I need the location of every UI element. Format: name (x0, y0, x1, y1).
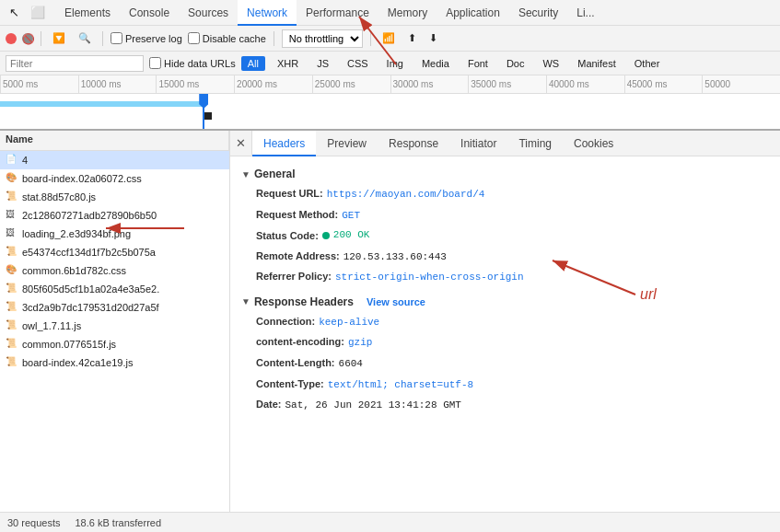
doc-icon-0: 📄 (6, 154, 18, 167)
toolbar: 🚫 🔽 🔍 Preserve log Disable cache No thro… (0, 26, 780, 52)
ruler-mark-4: 25000 ms (312, 75, 390, 93)
js-icon-10: 📜 (6, 338, 18, 351)
filter-other[interactable]: Other (628, 56, 667, 71)
request-item-5[interactable]: 📜 e54374ccf134d1f7b2c5b075a (0, 243, 229, 261)
date-key: Date: (256, 397, 282, 413)
tab-response[interactable]: Response (378, 131, 449, 156)
request-item-3[interactable]: 🖼 2c128607271adb27890b6b50 (0, 206, 229, 225)
stop-button[interactable]: 🚫 (22, 33, 33, 44)
filter-icon[interactable]: 🔽 (49, 30, 69, 46)
hide-data-urls-label[interactable]: Hide data URLs (149, 57, 236, 69)
img-icon-4: 🖼 (6, 227, 18, 240)
hide-data-urls-checkbox[interactable] (149, 57, 161, 69)
nav-memory[interactable]: Memory (378, 0, 437, 26)
request-item-10[interactable]: 📜 common.0776515f.js (0, 335, 229, 353)
view-source-link[interactable]: View source (367, 296, 425, 307)
requests-col-name: Name (0, 131, 229, 150)
nav-sources[interactable]: Sources (179, 0, 238, 26)
tab-headers[interactable]: Headers (252, 131, 316, 156)
request-name-1: board-index.02a06072.css (22, 173, 224, 184)
nav-application[interactable]: Application (437, 0, 509, 26)
content-encoding-val: gzip (348, 335, 372, 352)
ruler-mark-1: 10000 ms (78, 75, 157, 93)
details-panel: ✕ Headers Preview Response Initiator Tim… (230, 131, 780, 512)
date-row: Date: Sat, 26 Jun 2021 13:41:28 GMT (241, 397, 769, 414)
filter-img[interactable]: Img (380, 56, 410, 71)
request-item-0[interactable]: 📄 4 (0, 151, 229, 169)
content-type-key: Content-Type: (256, 376, 324, 393)
request-item-1[interactable]: 🎨 board-index.02a06072.css (0, 169, 229, 188)
sep1 (41, 31, 41, 46)
requests-header: Name (0, 131, 229, 151)
tab-preview[interactable]: Preview (316, 131, 378, 156)
filter-css[interactable]: CSS (341, 56, 375, 71)
request-item-7[interactable]: 📜 805f605d5cf1b1a02a4e3a5e2. (0, 280, 229, 298)
preserve-log-checkbox[interactable] (111, 32, 122, 44)
nav-more[interactable]: Li... (567, 0, 603, 26)
request-item-2[interactable]: 📜 stat.88d57c80.js (0, 188, 229, 206)
nav-network[interactable]: Network (238, 0, 297, 26)
nav-security[interactable]: Security (509, 0, 567, 26)
connection-key: Connection: (256, 314, 315, 330)
request-name-4: loading_2.e3d934bf.png (22, 228, 224, 239)
filter-media[interactable]: Media (415, 56, 456, 71)
request-method-val: GET (342, 208, 360, 225)
ruler-mark-0: 5000 ms (0, 75, 78, 93)
filter-js[interactable]: JS (310, 56, 335, 71)
timeline-bar-area (0, 94, 780, 131)
disable-cache-label[interactable]: Disable cache (188, 32, 266, 44)
disable-cache-checkbox[interactable] (188, 32, 200, 44)
details-close-button[interactable]: ✕ (230, 131, 252, 156)
request-item-9[interactable]: 📜 owl_1.7.11.js (0, 317, 229, 335)
css-icon-1: 🎨 (6, 172, 18, 185)
filter-all[interactable]: All (241, 56, 265, 71)
tab-timing[interactable]: Timing (507, 131, 563, 156)
wifi-icon[interactable]: 📶 (378, 30, 399, 46)
throttle-select[interactable]: No throttling (282, 29, 363, 48)
nav-console[interactable]: Console (120, 0, 179, 26)
filter-bar: Hide data URLs All XHR JS CSS Img Media … (0, 52, 780, 75)
cursor-icon[interactable]: ↖ (4, 3, 24, 23)
filter-xhr[interactable]: XHR (271, 56, 305, 71)
tab-initiator[interactable]: Initiator (449, 131, 507, 156)
request-item-4[interactable]: 🖼 loading_2.e3d934bf.png (0, 225, 229, 243)
nav-performance[interactable]: Performance (297, 0, 378, 26)
nav-icons: ↖ ⬜ (4, 3, 48, 23)
filter-doc[interactable]: Doc (500, 56, 531, 71)
status-code-row: Status Code: 200 OK (241, 227, 769, 244)
details-tabs: ✕ Headers Preview Response Initiator Tim… (230, 131, 780, 156)
status-code-key: Status Code: (256, 228, 319, 245)
ruler-mark-7: 40000 ms (546, 75, 624, 93)
request-item-11[interactable]: 📜 board-index.42ca1e19.js (0, 353, 229, 372)
timeline-selection[interactable] (0, 101, 203, 107)
date-val: Sat, 26 Jun 2021 13:41:28 GMT (285, 398, 461, 414)
request-item-8[interactable]: 📜 3cd2a9b7dc179531d20d27a5f (0, 298, 229, 317)
request-name-3: 2c128607271adb27890b6b50 (22, 210, 224, 221)
tab-cookies[interactable]: Cookies (563, 131, 624, 156)
content-type-row: Content-Type: text/html; charset=utf-8 (241, 376, 769, 394)
connection-val: keep-alive (319, 315, 379, 331)
js-icon-2: 📜 (6, 191, 18, 203)
filter-input[interactable] (6, 55, 144, 72)
response-headers-section-header: ▼ Response Headers View source (241, 295, 769, 308)
request-item-6[interactable]: 🎨 common.6b1d782c.css (0, 261, 229, 280)
download-icon[interactable]: ⬇ (425, 30, 441, 46)
search-icon[interactable]: 🔍 (75, 30, 95, 46)
preserve-log-label[interactable]: Preserve log (111, 32, 182, 44)
remote-address-val: 120.53.133.60:443 (343, 249, 447, 266)
js-icon-5: 📜 (6, 246, 18, 259)
filter-manifest[interactable]: Manifest (571, 56, 623, 71)
request-url-val[interactable]: https://maoyan.com/board/4 (327, 187, 485, 203)
requests-panel: Name 📄 4 🎨 board-index.02a06072.css 📜 st… (0, 131, 230, 512)
ruler-mark-5: 30000 ms (390, 75, 469, 93)
upload-icon[interactable]: ⬆ (404, 30, 420, 46)
content-length-row: Content-Length: 6604 (241, 355, 769, 373)
filter-ws[interactable]: WS (536, 56, 565, 71)
filter-font[interactable]: Font (461, 56, 495, 71)
nav-elements[interactable]: Elements (55, 0, 120, 26)
requests-list[interactable]: 📄 4 🎨 board-index.02a06072.css 📜 stat.88… (0, 151, 229, 512)
request-name-10: common.0776515f.js (22, 339, 224, 350)
record-button[interactable] (6, 33, 17, 44)
request-name-5: e54374ccf134d1f7b2c5b075a (22, 247, 224, 258)
box-icon[interactable]: ⬜ (28, 3, 48, 23)
